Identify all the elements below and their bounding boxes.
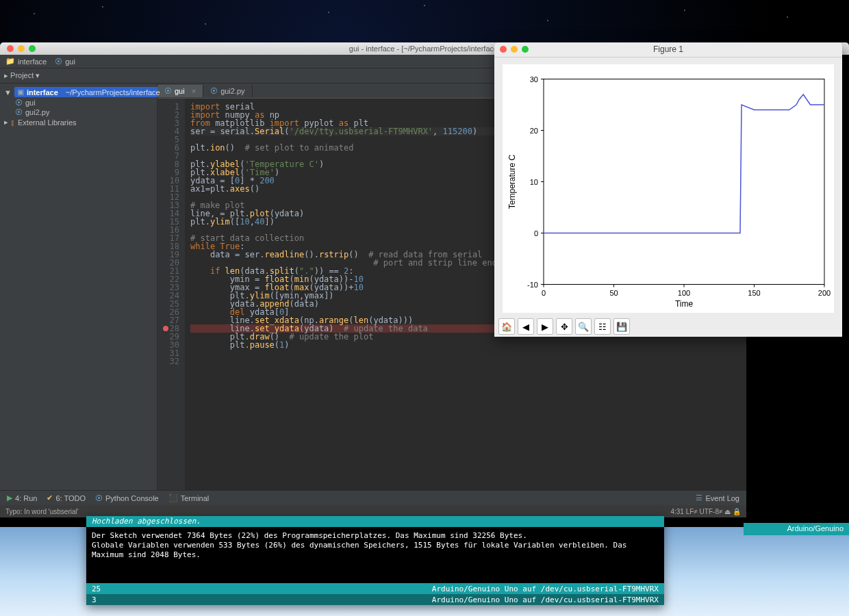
project-view-label[interactable]: ▸ Project ▾ — [4, 71, 40, 80]
save-icon[interactable]: 💾 — [613, 318, 630, 335]
forward-icon[interactable]: ▶ — [537, 318, 553, 335]
arduino-console[interactable]: Der Sketch verwendet 7364 Bytes (22%) de… — [86, 527, 664, 583]
arduino-status-1: 25Arduino/Genuino Uno auf /dev/cu.usbser… — [86, 583, 664, 594]
breadcrumb-file[interactable]: ⦿ gui — [55, 57, 75, 66]
tab-gui[interactable]: ⦿gui× — [157, 85, 203, 97]
svg-text:150: 150 — [748, 288, 760, 296]
svg-text:Temperature C: Temperature C — [507, 154, 517, 209]
figure-title: Figure 1 — [494, 44, 842, 54]
home-icon[interactable]: 🏠 — [498, 318, 515, 335]
back-icon[interactable]: ◀ — [518, 318, 534, 335]
event-log-tab[interactable]: ☰Event Log — [696, 493, 739, 502]
figure-toolbar: 🏠 ◀ ▶ ✥ 🔍 ☷ 💾 — [494, 317, 842, 337]
plot-canvas[interactable]: 050100150200-100102030TimeTemperature C — [503, 64, 834, 313]
svg-text:200: 200 — [818, 288, 831, 296]
zoom-rect-icon[interactable]: 🔍 — [575, 318, 592, 335]
tab-gui2[interactable]: ⦿gui2.py — [203, 85, 252, 97]
status-left: Typo: In word 'usbserial' — [5, 508, 79, 515]
external-libraries[interactable]: ▸⫿External Libraries — [4, 117, 153, 127]
pan-icon[interactable]: ✥ — [556, 318, 572, 335]
svg-text:20: 20 — [530, 126, 538, 134]
arduino-ide-window: Hochladen abgeschlossen. Der Sketch verw… — [86, 516, 664, 605]
svg-text:30: 30 — [530, 75, 538, 83]
svg-text:100: 100 — [678, 288, 690, 296]
file-gui[interactable]: ⦿gui — [4, 98, 153, 107]
breadcrumb-project[interactable]: 📁 interface — [5, 57, 47, 66]
svg-text:50: 50 — [609, 288, 618, 296]
svg-text:0: 0 — [542, 288, 546, 296]
run-tab[interactable]: ▶4: Run — [7, 493, 37, 502]
svg-text:10: 10 — [530, 177, 538, 185]
arduino-status-2: 3Arduino/Genuino Uno auf /dev/cu.usbseri… — [86, 594, 664, 605]
close-tab-icon[interactable]: × — [192, 87, 196, 95]
svg-text:Time: Time — [675, 298, 694, 308]
terminal-tab[interactable]: ⬛Terminal — [168, 493, 210, 502]
subplots-icon[interactable]: ☷ — [594, 318, 611, 335]
arduino-message-bar: Hochladen abgeschlossen. — [86, 516, 664, 527]
arduino-right-tab: Arduino/Genuino — [744, 523, 849, 535]
svg-text:0: 0 — [534, 229, 538, 237]
todo-tab[interactable]: ✔6: TODO — [47, 493, 86, 502]
file-gui2[interactable]: ⦿gui2.py — [4, 107, 153, 117]
python-console-tab[interactable]: ⦿Python Console — [95, 494, 159, 502]
matplotlib-figure-window: Figure 1 050100150200-100102030TimeTempe… — [494, 42, 842, 337]
project-tree[interactable]: ▼▣interface ~/PycharmProjects/interface … — [0, 84, 157, 490]
status-right: 4:31 LF≠ UTF-8≠ ⏏ 🔒 — [670, 508, 741, 515]
svg-text:-10: -10 — [527, 280, 538, 288]
